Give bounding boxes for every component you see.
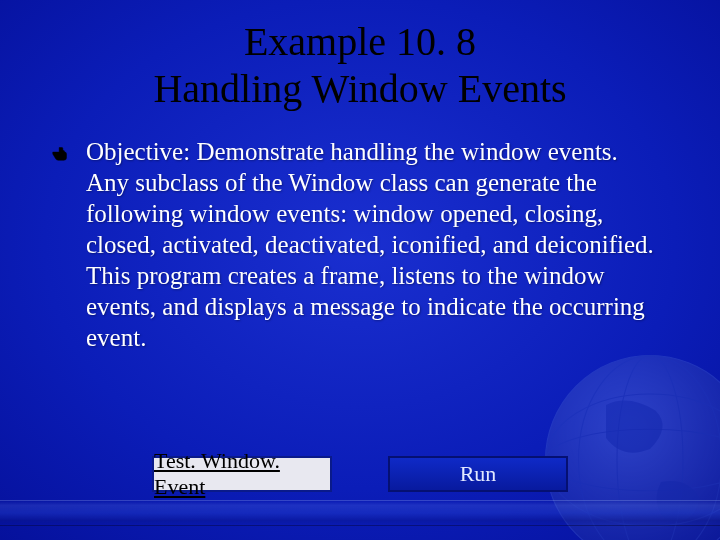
- objective-text: Objective: Demonstrate handling the wind…: [86, 136, 656, 353]
- run-button[interactable]: Run: [388, 456, 568, 492]
- slide: Example 10. 8 Handling Window Events Obj…: [0, 0, 720, 540]
- slide-title: Example 10. 8 Handling Window Events: [40, 18, 680, 112]
- test-window-event-button[interactable]: Test. Window. Event: [152, 456, 332, 492]
- run-button-label: Run: [460, 461, 497, 487]
- file-button-label: Test. Window. Event: [154, 448, 330, 500]
- pointing-hand-icon: [50, 142, 72, 168]
- button-row: Test. Window. Event Run: [0, 456, 720, 492]
- footer-band: [0, 500, 720, 526]
- title-line-2: Handling Window Events: [153, 66, 566, 111]
- title-line-1: Example 10. 8: [244, 19, 476, 64]
- body-row: Objective: Demonstrate handling the wind…: [40, 136, 680, 353]
